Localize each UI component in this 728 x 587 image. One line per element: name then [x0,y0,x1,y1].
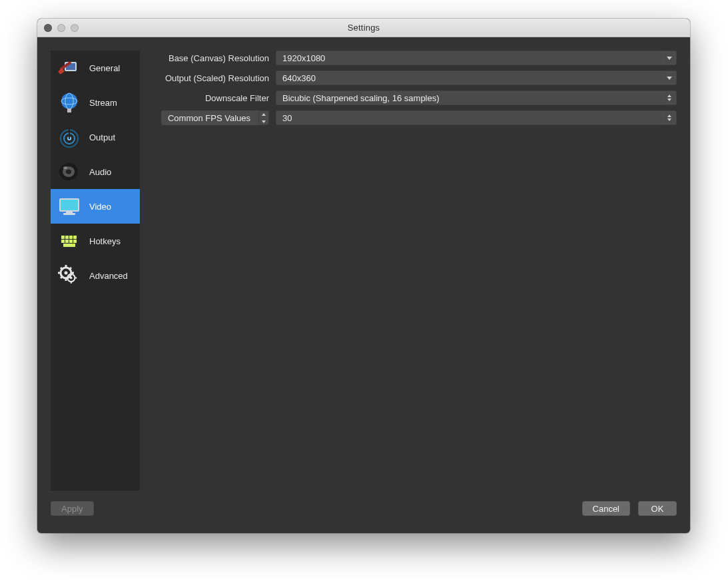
sidebar-item-label: Output [89,132,115,142]
sidebar-item-advanced[interactable]: Advanced [51,258,140,293]
base-resolution-value: 1920x1080 [282,53,325,63]
advanced-icon [56,262,83,289]
maximize-icon[interactable] [71,24,79,32]
svg-rect-22 [65,236,69,239]
cancel-button[interactable]: Cancel [582,501,630,516]
output-resolution-value: 640x360 [282,73,316,83]
svg-rect-7 [67,108,71,112]
minimize-icon[interactable] [57,24,65,32]
sidebar-item-label: Advanced [89,271,128,281]
downscale-filter-dropdown[interactable]: Bicubic (Sharpened scaling, 16 samples) [276,91,677,105]
svg-point-31 [65,272,68,275]
window-title: Settings [37,23,690,33]
stream-icon [56,89,83,116]
sidebar: General Stream [51,51,140,490]
output-resolution-dropdown[interactable]: 640x360 [276,71,677,85]
svg-rect-19 [63,213,75,215]
ok-button[interactable]: OK [638,501,677,516]
svg-line-36 [61,268,63,270]
updown-icon [663,92,675,104]
sidebar-item-label: Stream [89,98,117,108]
fps-mode-dropdown[interactable]: Common FPS Values [161,110,269,125]
apply-button[interactable]: Apply [51,501,94,516]
sidebar-item-stream[interactable]: Stream [51,85,140,120]
downscale-filter-label: Downscale Filter [157,93,269,103]
sidebar-item-label: Audio [89,167,111,177]
svg-line-38 [69,268,71,270]
output-resolution-label: Output (Scaled) Resolution [157,73,269,83]
close-icon[interactable] [44,24,52,32]
downscale-filter-value: Bicubic (Sharpened scaling, 16 samples) [282,93,440,103]
sidebar-item-label: Video [89,202,111,212]
sidebar-item-audio[interactable]: Audio [51,154,140,189]
footer: Apply Cancel OK [51,497,677,520]
svg-rect-28 [73,240,77,243]
svg-point-15 [63,166,67,169]
svg-rect-24 [73,236,77,239]
titlebar: Settings [37,19,690,37]
svg-point-4 [61,93,77,109]
updown-icon [258,110,269,125]
svg-rect-23 [69,236,73,239]
chevron-down-icon [663,72,675,84]
audio-icon [56,158,83,185]
svg-rect-17 [61,200,78,210]
svg-rect-3 [58,68,65,75]
svg-rect-11 [69,128,70,139]
general-icon [56,55,83,81]
settings-form: Base (Canvas) Resolution 1920x1080 Outpu… [157,51,677,490]
fps-value-dropdown[interactable]: 30 [276,110,677,125]
chevron-down-icon [663,52,675,64]
sidebar-item-video[interactable]: Video [51,189,140,224]
fps-mode-label: Common FPS Values [168,113,250,123]
svg-rect-25 [61,240,65,243]
svg-line-39 [61,276,63,278]
svg-rect-21 [61,236,65,239]
sidebar-item-output[interactable]: Output [51,120,140,154]
sidebar-item-hotkeys[interactable]: Hotkeys [51,224,140,258]
fps-value: 30 [282,113,292,123]
svg-point-14 [66,170,71,174]
hotkeys-icon [56,228,83,254]
svg-point-41 [70,277,73,280]
sidebar-item-general[interactable]: General [51,51,140,85]
video-icon [56,193,83,220]
svg-rect-29 [63,244,75,247]
window-controls [44,24,79,32]
updown-icon [663,112,675,124]
base-resolution-label: Base (Canvas) Resolution [157,53,269,63]
output-icon [56,124,83,150]
svg-rect-18 [66,212,73,213]
svg-rect-27 [69,240,73,243]
sidebar-item-label: General [89,63,120,73]
base-resolution-dropdown[interactable]: 1920x1080 [276,51,677,65]
settings-window: Settings General [37,19,690,533]
svg-rect-26 [65,240,69,243]
sidebar-item-label: Hotkeys [89,236,121,246]
